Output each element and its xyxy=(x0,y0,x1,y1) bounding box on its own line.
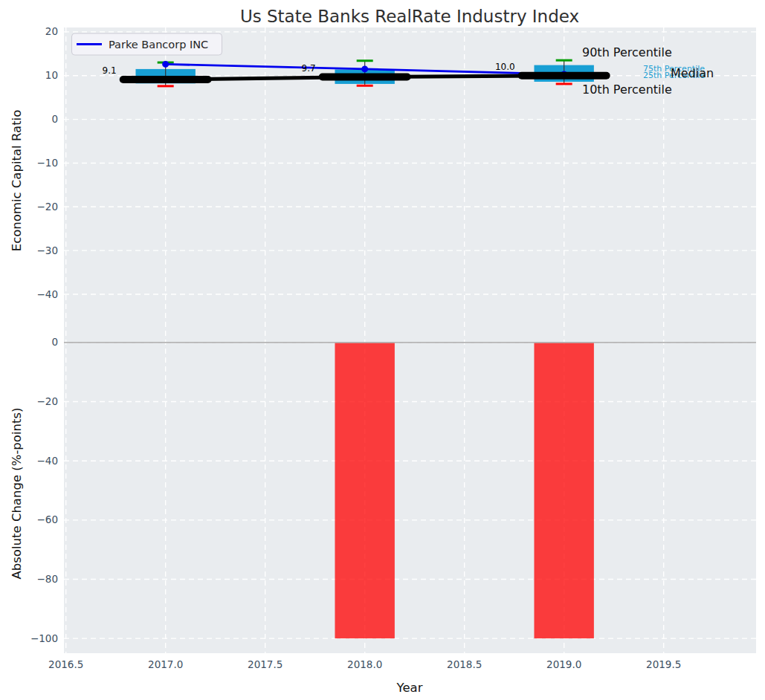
median-label: Median xyxy=(671,66,714,80)
change-bar-2019 xyxy=(534,343,593,638)
legend-label: Parke Bancorp INC xyxy=(109,39,208,51)
x-axis-label: Year xyxy=(396,681,423,695)
bottom-y-tick-label: −100 xyxy=(30,632,58,644)
median-value-label-2019: 10.0 xyxy=(495,62,515,72)
x-tick-label: 2018.0 xyxy=(347,658,382,670)
x-tick-label: 2019.5 xyxy=(646,658,681,670)
bottom-y-tick-label: −40 xyxy=(37,455,59,467)
top-y-tick-label: −30 xyxy=(37,244,59,256)
chart-title: Us State Banks RealRate Industry Index xyxy=(240,7,579,26)
x-tick-label: 2017.5 xyxy=(248,658,283,670)
top-y-tick-label: 0 xyxy=(51,113,58,125)
bottom-y-tick-label: 0 xyxy=(51,336,58,348)
x-tick-label: 2018.5 xyxy=(447,658,482,670)
bottom-y-tick-label: −80 xyxy=(37,573,59,585)
x-tick-label: 2017.0 xyxy=(148,658,183,670)
median-value-label-2017: 9.1 xyxy=(103,65,117,76)
top-y-tick-label: −40 xyxy=(37,288,59,300)
plot-background xyxy=(64,27,756,653)
median-value-label-2018: 9.7 xyxy=(302,63,316,74)
top-y-tick-label: −10 xyxy=(37,157,59,169)
top-y-tick-label: 10 xyxy=(45,69,58,81)
bottom-y-tick-label: −20 xyxy=(37,395,59,407)
x-tick-label: 2019.0 xyxy=(546,658,581,670)
90th-percentile-label: 90th Percentile xyxy=(582,45,672,59)
top-y-axis-label: Economic Capital Ratio xyxy=(10,110,24,252)
bottom-y-tick-label: −60 xyxy=(37,513,59,525)
parke-bancorp-marker-2017 xyxy=(162,61,169,68)
top-y-tick-label: 20 xyxy=(45,25,58,37)
parke-bancorp-marker-2018 xyxy=(361,65,368,72)
10th-percentile-label: 10th Percentile xyxy=(582,82,672,97)
bottom-y-axis-label: Absolute Change (%-points) xyxy=(10,408,24,580)
legend: Parke Bancorp INC xyxy=(72,33,222,55)
top-y-tick-label: −20 xyxy=(37,201,59,213)
x-tick-label: 2016.5 xyxy=(48,658,83,670)
industry-index-figure: 9.19.710.090th Percentile75th Percentile… xyxy=(0,0,765,700)
change-bar-2018 xyxy=(335,343,394,638)
industry-index-chart: 9.19.710.090th Percentile75th Percentile… xyxy=(0,0,765,700)
